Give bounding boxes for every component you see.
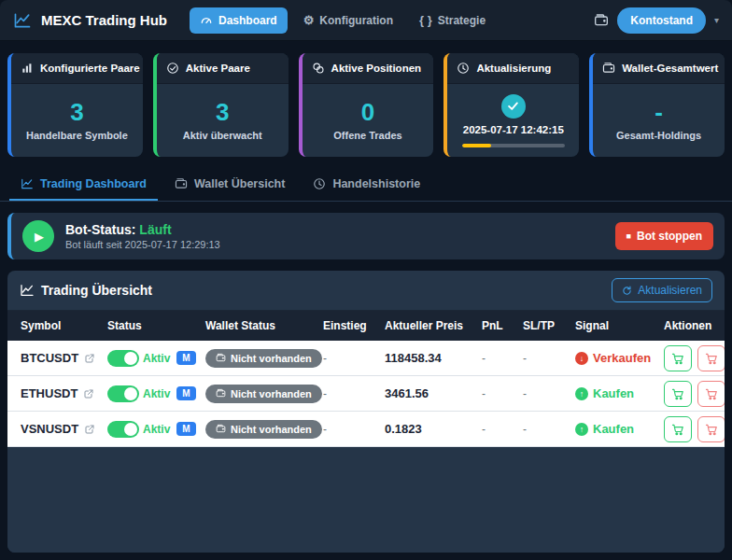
header-right: Kontostand ▾ bbox=[594, 7, 719, 34]
current-price: 0.1823 bbox=[385, 422, 482, 436]
wallet-status-badge: Nicht vorhanden bbox=[205, 420, 322, 439]
col-wallet-status: Wallet Status bbox=[205, 319, 323, 332]
card-value: 3 bbox=[70, 100, 83, 124]
cart-icon bbox=[671, 352, 684, 365]
signal-badge: ↓ Verkaufen bbox=[575, 351, 664, 365]
card-wallet-gesamtwert: Wallet-Gesamtwert - Gesamt-Holdings bbox=[589, 53, 725, 157]
current-price: 3461.56 bbox=[385, 386, 482, 400]
nav-dashboard[interactable]: Dashboard bbox=[190, 7, 288, 34]
card-subtitle: Handelbare Symbole bbox=[26, 130, 128, 141]
check-circle-icon bbox=[166, 62, 179, 75]
card-title: Wallet-Gesamtwert bbox=[622, 63, 718, 74]
card-title: Aktive Positionen bbox=[331, 63, 422, 74]
buy-button[interactable] bbox=[664, 416, 692, 442]
card-title: Aktualisierung bbox=[476, 63, 551, 74]
current-price: 118458.34 bbox=[385, 351, 482, 365]
cart-icon bbox=[705, 387, 718, 400]
active-toggle[interactable] bbox=[107, 350, 139, 367]
gauge-icon bbox=[200, 14, 213, 27]
col-signal: Signal bbox=[575, 319, 664, 332]
cart-icon bbox=[705, 423, 718, 436]
status-label: Aktiv bbox=[143, 352, 170, 365]
nav-strategie[interactable]: { } Strategie bbox=[409, 7, 496, 34]
app-header: MEXC Trading Hub Dashboard ⚙ Konfigurati… bbox=[0, 0, 732, 41]
refresh-icon bbox=[622, 286, 632, 296]
sell-button[interactable] bbox=[697, 345, 725, 371]
content-tabs: Trading Dashboard Wallet Übersicht Hande… bbox=[0, 168, 732, 202]
wallet-icon bbox=[175, 177, 188, 190]
card-value: 0 bbox=[361, 100, 374, 124]
table-row: BTCUSDT Aktiv M Nicht vorhanden - 118458… bbox=[7, 341, 725, 376]
signal-badge: ↑ Kaufen bbox=[575, 422, 664, 436]
mode-badge: M bbox=[176, 422, 195, 436]
braces-icon: { } bbox=[419, 14, 432, 26]
table-row: ETHUSDT Aktiv M Nicht vorhanden - 3461.5… bbox=[7, 376, 725, 412]
external-link-icon[interactable] bbox=[83, 388, 94, 399]
sell-button[interactable] bbox=[697, 381, 725, 407]
card-title: Aktive Paare bbox=[186, 63, 250, 74]
card-subtitle: Offene Trades bbox=[333, 130, 401, 141]
table-row: VSNUSDT Aktiv M Nicht vorhanden - 0.1823… bbox=[7, 412, 725, 447]
card-subtitle: Gesamt-Holdings bbox=[616, 130, 701, 141]
cart-icon bbox=[671, 423, 684, 436]
active-toggle[interactable] bbox=[107, 421, 139, 438]
coins-icon bbox=[312, 62, 325, 75]
pnl-value: - bbox=[482, 423, 523, 436]
col-aktionen: Aktionen bbox=[664, 319, 717, 332]
card-aktive-paare: Aktive Paare 3 Aktiv überwacht bbox=[153, 53, 289, 157]
card-title: Konfigurierte Paare bbox=[40, 63, 140, 74]
stop-icon: ■ bbox=[626, 232, 631, 241]
clock-icon bbox=[313, 177, 326, 190]
entry-value: - bbox=[323, 423, 385, 436]
entry-value: - bbox=[323, 352, 385, 365]
chart-line-logo-icon bbox=[13, 11, 32, 30]
last-update-timestamp: 2025-07-17 12:42:15 bbox=[463, 124, 564, 135]
col-aktueller-preis: Aktueller Preis bbox=[385, 319, 482, 332]
card-value: 3 bbox=[216, 100, 229, 124]
panel-title: Trading Übersicht bbox=[20, 283, 152, 298]
card-subtitle: Aktiv überwacht bbox=[183, 130, 262, 141]
wallet-icon bbox=[216, 388, 226, 399]
buy-button[interactable] bbox=[664, 345, 692, 371]
col-status: Status bbox=[107, 319, 205, 332]
tab-handelshistorie[interactable]: Handelshistorie bbox=[302, 168, 431, 201]
tab-wallet-uebersicht[interactable]: Wallet Übersicht bbox=[163, 168, 296, 201]
symbol-label: ETHUSDT bbox=[21, 386, 77, 400]
bot-status-label: Bot-Status: bbox=[65, 222, 135, 237]
sell-button[interactable] bbox=[697, 416, 725, 442]
wallet-status-badge: Nicht vorhanden bbox=[205, 385, 322, 403]
buy-button[interactable] bbox=[664, 381, 692, 407]
chevron-down-icon[interactable]: ▾ bbox=[714, 15, 719, 25]
external-link-icon[interactable] bbox=[84, 353, 95, 364]
external-link-icon[interactable] bbox=[84, 424, 95, 435]
card-aktualisierung: Aktualisierung 2025-07-17 12:42:15 bbox=[443, 53, 579, 157]
col-sltp: SL/TP bbox=[523, 319, 575, 332]
panel-empty-area bbox=[7, 447, 725, 553]
bot-status-bar: ▶ Bot-Status: Läuft Bot läuft seit 2025-… bbox=[7, 213, 725, 259]
bot-status-value: Läuft bbox=[139, 222, 171, 237]
mode-badge: M bbox=[176, 386, 195, 400]
col-pnl: PnL bbox=[482, 319, 523, 332]
nav-konfiguration[interactable]: ⚙ Konfiguration bbox=[293, 7, 403, 34]
tab-trading-dashboard[interactable]: Trading Dashboard bbox=[9, 168, 158, 201]
bot-running-since: Bot läuft seit 2025-07-17 12:29:13 bbox=[65, 239, 604, 250]
signal-badge: ↑ Kaufen bbox=[575, 386, 664, 400]
refresh-button[interactable]: Aktualisieren bbox=[612, 278, 712, 302]
play-icon: ▶ bbox=[22, 220, 54, 252]
wallet-icon bbox=[216, 424, 226, 434]
status-label: Aktiv bbox=[143, 387, 170, 400]
status-label: Aktiv bbox=[143, 423, 170, 436]
clock-icon bbox=[457, 62, 470, 75]
active-toggle[interactable] bbox=[107, 385, 139, 402]
sltp-value: - bbox=[523, 387, 575, 400]
bot-stop-button[interactable]: ■ Bot stoppen bbox=[615, 222, 713, 250]
app-title: MEXC Trading Hub bbox=[41, 12, 167, 28]
pnl-value: - bbox=[482, 352, 523, 365]
card-aktive-positionen: Aktive Positionen 0 Offene Trades bbox=[299, 53, 434, 157]
kontostand-button[interactable]: Kontostand bbox=[617, 7, 706, 34]
pnl-value: - bbox=[482, 387, 523, 400]
wallet-status-badge: Nicht vorhanden bbox=[205, 349, 322, 368]
signal-arrow-icon: ↑ bbox=[575, 387, 588, 400]
wallet-icon bbox=[594, 13, 609, 28]
success-check-icon bbox=[501, 94, 526, 119]
